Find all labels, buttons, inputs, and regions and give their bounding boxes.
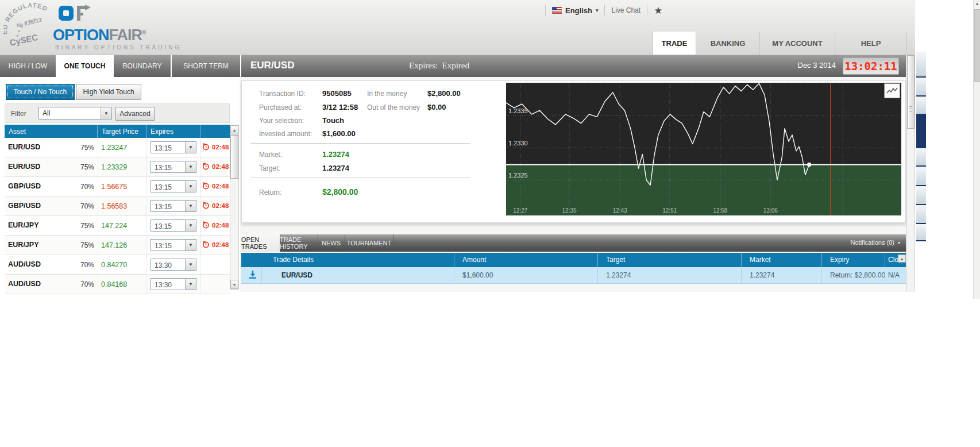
chart-type-button[interactable]	[884, 83, 900, 98]
countdown-timer: 02:48	[202, 221, 229, 229]
scrollbar-thumb[interactable]	[230, 135, 238, 179]
advanced-button[interactable]: Advanced	[115, 107, 155, 121]
svg-text:CySEC: CySEC	[9, 32, 39, 48]
tab-one-touch[interactable]: ONE TOUCH	[57, 55, 113, 77]
tab-open-trades[interactable]: OPEN TRADES	[241, 234, 280, 252]
filter-label: Filter	[11, 110, 26, 118]
svg-text:12:27: 12:27	[513, 207, 527, 214]
in-the-money-value: $2,800.00	[427, 89, 461, 98]
chevron-down-icon[interactable]: ▼	[185, 220, 196, 231]
scroll-up-button[interactable]: ▲	[230, 125, 238, 134]
expiry-select[interactable]: 13:15▼	[151, 219, 196, 232]
asset-row[interactable]: GBP/USD 70% 1.56675 13:15▼ 02:48	[5, 177, 230, 196]
asset-row[interactable]: AUD/USD 70% 0.84270 13:30▼	[5, 255, 230, 275]
cut-off-side-panel	[916, 52, 926, 241]
expiry-status: Expires: Expired	[409, 61, 469, 71]
expiry-select[interactable]: 13:15▼	[151, 180, 196, 192]
expiry-select[interactable]: 13:15▼	[151, 239, 196, 251]
filter-select-value: All	[43, 109, 50, 117]
browser-scrollbar[interactable]: ▲	[973, 0, 980, 299]
filter-bar: Filter All ▼ Advanced	[5, 103, 230, 123]
filter-select[interactable]: All ▼	[38, 107, 112, 120]
column-header-expiry: Expiry	[830, 256, 849, 264]
nav-tab-banking[interactable]: BANKING	[696, 32, 759, 55]
line-chart-icon	[886, 87, 898, 95]
tab-tournament[interactable]: TOURNAMENT	[345, 234, 394, 252]
svg-text:12:51: 12:51	[662, 207, 677, 214]
touch-no-touch-button[interactable]: Touch / No Touch	[6, 84, 75, 100]
top-header: EU REGULATED ★ ★ ★ ★ ★ ★ № 216/13 CySEC …	[0, 0, 915, 55]
trade-symbol: EUR/USD	[281, 271, 312, 279]
page-inner-scrollbar[interactable]	[906, 55, 915, 292]
asset-row[interactable]: GBP/USD 70% 1.56583 13:15▼ 02:48	[5, 196, 230, 216]
chevron-down-icon[interactable]: ▼	[185, 142, 196, 153]
column-header-target: Target	[606, 256, 625, 264]
chevron-down-icon[interactable]: ▼	[185, 181, 196, 192]
tab-high-low[interactable]: HIGH / LOW	[0, 55, 56, 77]
asset-row[interactable]: EUR/JPY 75% 147.224 13:15▼ 02:48	[5, 216, 230, 236]
column-header-asset: Asset	[5, 125, 98, 138]
divider	[250, 178, 470, 178]
countdown-timer: 02:48	[202, 143, 229, 151]
asset-table-scrollbar[interactable]: ▲ ▼	[230, 125, 239, 290]
expiry-select[interactable]: 13:30▼	[151, 259, 196, 271]
chevron-down-icon[interactable]: ▼	[185, 240, 196, 251]
tab-trade-history[interactable]: TRADE HISTORY	[280, 234, 318, 252]
nav-tab-trade[interactable]: TRADE	[653, 32, 696, 55]
tab-short-term[interactable]: SHORT TERM	[172, 55, 240, 77]
expiry-select[interactable]: 13:30▼	[151, 278, 196, 290]
nav-tab-help[interactable]: HELP	[835, 32, 907, 55]
scroll-up-arrow[interactable]: ▲	[974, 1, 980, 6]
tab-boundary[interactable]: BOUNDARY	[114, 55, 171, 77]
asset-row[interactable]: EUR/USD 75% 1.23329 13:15▼ 02:48	[5, 157, 230, 177]
price-chart: 12:2712:3512:4312:5112:5813:061.23351.23…	[506, 83, 901, 215]
countdown-timer: 02:48	[202, 163, 229, 170]
chevron-down-icon: ▾	[898, 240, 900, 245]
expiry-select[interactable]: 13:15▼	[151, 200, 196, 212]
timer-icon	[202, 241, 210, 248]
optionfair-trading-page: EU REGULATED ★ ★ ★ ★ ★ ★ № 216/13 CySEC …	[0, 0, 980, 447]
language-selector[interactable]: English ▾	[552, 6, 598, 15]
asset-row[interactable]: AUD/USD 70% 0.84168 13:30▼	[5, 275, 230, 294]
scroll-down-button[interactable]: ▼	[230, 280, 238, 289]
high-yield-touch-button[interactable]: High Yield Touch	[76, 84, 141, 100]
trades-scroll-up-button[interactable]: ▲	[898, 255, 906, 263]
chevron-down-icon[interactable]: ▼	[101, 107, 111, 119]
live-chat-link[interactable]: Live Chat	[611, 6, 641, 14]
notifications-dropdown[interactable]: Notifications (0) ▾	[851, 239, 900, 246]
timer-icon	[202, 202, 210, 209]
asset-row[interactable]: EUR/USD 75% 1.23247 13:15▼ 02:48	[5, 138, 230, 157]
expiry-select[interactable]: 13:15▼	[151, 141, 196, 153]
scrollbar-thumb[interactable]	[974, 9, 980, 82]
nav-tab-my-account[interactable]: MY ACCOUNT	[759, 32, 835, 55]
chevron-down-icon[interactable]: ▼	[185, 161, 196, 172]
expiry-select[interactable]: 13:15▼	[151, 161, 196, 173]
svg-text:12:35: 12:35	[562, 207, 577, 214]
trade-type-tabs: HIGH / LOW ONE TOUCH BOUNDARY SHORT TERM	[0, 55, 240, 77]
chevron-down-icon[interactable]: ▼	[185, 259, 196, 270]
chevron-down-icon[interactable]: ▼	[185, 201, 196, 211]
us-flag-icon	[552, 7, 562, 14]
asset-row[interactable]: EUR/JPY 75% 147.126 13:15▼ 02:48	[5, 236, 230, 255]
chevron-down-icon[interactable]: ▼	[185, 279, 196, 290]
column-header-trade-details: Trade Details	[273, 256, 314, 264]
return-value: $2,800.00	[322, 187, 358, 196]
svg-text:1.2330: 1.2330	[508, 140, 528, 147]
clock-time: 13:02:11	[844, 60, 897, 72]
countdown-timer: 02:48	[202, 182, 229, 190]
selection-value: Touch	[322, 116, 344, 125]
divider	[545, 5, 546, 16]
favorite-star-icon[interactable]: ★	[654, 6, 662, 16]
main-navigation: TRADE BANKING MY ACCOUNT HELP	[653, 32, 907, 55]
open-trades-header: Trade Details Amount Target Market Expir…	[241, 253, 906, 267]
brand-tagline: BINARY OPTIONS TRADING	[55, 44, 182, 51]
trade-detail-panel: Transaction ID: 9505085 Purchased at: 3/…	[241, 80, 906, 223]
download-trade-icon[interactable]	[248, 270, 257, 279]
scrollbar-thumb[interactable]	[907, 55, 915, 129]
invested-amount-value: $1,600.00	[322, 129, 356, 138]
trade-expiry-return: Return: $2,800.00	[830, 271, 885, 279]
open-trade-row[interactable]: EUR/USD $1,600.00 1.23274 1.23274 Return…	[241, 267, 906, 284]
purchased-at-value: 3/12 12:58	[322, 103, 358, 111]
utility-bar: English ▾ Live Chat ★	[539, 5, 662, 16]
tab-news[interactable]: NEWS	[318, 234, 345, 252]
